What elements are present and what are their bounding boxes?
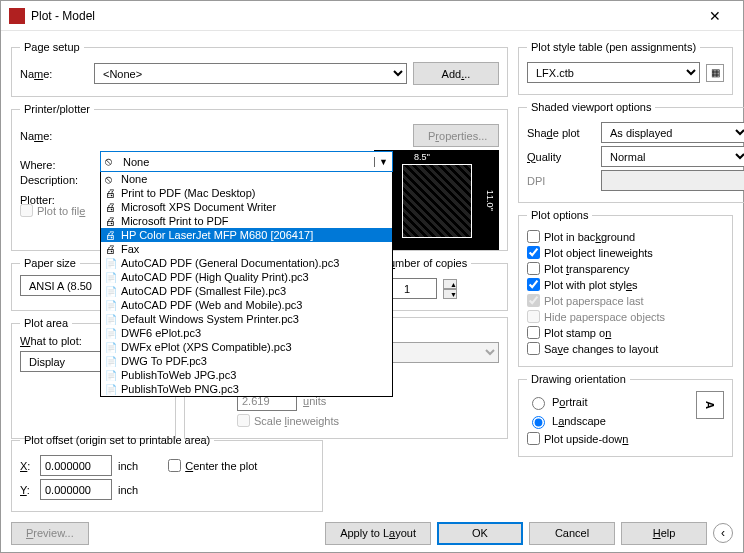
- plot-transparency-checkbox[interactable]: Plot transparency: [527, 262, 630, 275]
- copies-up[interactable]: ▲: [443, 279, 457, 289]
- printer-option[interactable]: Microsoft Print to PDF: [101, 214, 392, 228]
- printer-option-label: DWFx ePlot (XPS Compatible).pc3: [121, 341, 292, 353]
- printer-name-listbox[interactable]: NonePrint to PDF (Mac Desktop)Microsoft …: [100, 172, 393, 397]
- printer-icon: [105, 187, 117, 199]
- y-input[interactable]: [40, 479, 112, 500]
- printer-option-label: Default Windows System Printer.pc3: [121, 313, 299, 325]
- dpi-label: DPI: [527, 175, 595, 187]
- printer-option[interactable]: PublishToWeb PNG.pc3: [101, 382, 392, 396]
- printer-option-label: AutoCAD PDF (Smallest File).pc3: [121, 285, 286, 297]
- printer-option[interactable]: Default Windows System Printer.pc3: [101, 312, 392, 326]
- plot-dialog: Plot - Model ✕ Page setup Name: <None> A…: [0, 0, 744, 553]
- x-label: X:: [20, 460, 34, 472]
- shade-plot-label: Shade plot: [527, 127, 595, 139]
- preview-button[interactable]: Preview...: [11, 522, 89, 545]
- preview-height: 11.0'': [485, 190, 495, 211]
- page-setup-group: Page setup Name: <None> Add...: [11, 41, 508, 97]
- printer-option[interactable]: DWG To PDF.pc3: [101, 354, 392, 368]
- printer-icon: [105, 369, 117, 381]
- page-setup-legend: Page setup: [20, 41, 84, 53]
- shade-plot-select[interactable]: As displayed: [601, 122, 744, 143]
- pagesetup-name-select[interactable]: <None>: [94, 63, 407, 84]
- plot-to-file-checkbox[interactable]: Plot to file: [20, 204, 85, 217]
- printer-option[interactable]: None: [101, 172, 392, 186]
- printer-option[interactable]: AutoCAD PDF (High Quality Print).pc3: [101, 270, 392, 284]
- plot-offset-group: Plot offset (origin set to printable are…: [11, 434, 323, 512]
- where-label: Where:: [20, 159, 88, 171]
- style-table-edit-icon[interactable]: ▦: [706, 64, 724, 82]
- printer-icon: [105, 383, 117, 395]
- printer-option[interactable]: DWF6 ePlot.pc3: [101, 326, 392, 340]
- printer-option-label: Microsoft XPS Document Writer: [121, 201, 276, 213]
- hide-paperspace-checkbox[interactable]: Hide paperspace objects: [527, 310, 665, 323]
- style-table-select[interactable]: LFX.ctb: [527, 62, 700, 83]
- scale-lineweights-checkbox[interactable]: Scale lineweights: [237, 414, 339, 427]
- printer-option[interactable]: Print to PDF (Mac Desktop): [101, 186, 392, 200]
- printer-icon: [105, 201, 117, 213]
- printer-icon: [105, 257, 117, 269]
- plot-stamp-checkbox[interactable]: Plot stamp on: [527, 326, 611, 339]
- printer-option[interactable]: AutoCAD PDF (Smallest File).pc3: [101, 284, 392, 298]
- plot-paperspace-checkbox[interactable]: Plot paperspace last: [527, 294, 644, 307]
- quality-label: Quality: [527, 151, 595, 163]
- printer-option[interactable]: Fax: [101, 242, 392, 256]
- center-plot-checkbox[interactable]: Center the plot: [168, 459, 257, 472]
- printer-name-selected: None: [123, 156, 149, 168]
- printer-option-label: Fax: [121, 243, 139, 255]
- printer-option[interactable]: Microsoft XPS Document Writer: [101, 200, 392, 214]
- window-title: Plot - Model: [31, 9, 695, 23]
- landscape-radio[interactable]: Landscape: [527, 413, 606, 429]
- upside-down-checkbox[interactable]: Plot upside-down: [527, 432, 628, 445]
- printer-icon: [105, 215, 117, 227]
- printer-option-label: AutoCAD PDF (Web and Mobile).pc3: [121, 299, 302, 311]
- printer-name-dropdown[interactable]: None ▼ NonePrint to PDF (Mac Desktop)Mic…: [100, 151, 393, 397]
- printer-name-label: Name:: [20, 130, 88, 142]
- plot-options-group: Plot options Plot in background Plot obj…: [518, 209, 733, 367]
- cancel-button[interactable]: Cancel: [529, 522, 615, 545]
- printer-icon: [105, 327, 117, 339]
- printer-icon: [105, 299, 117, 311]
- shaded-viewport-group: Shaded viewport options Shade plot As di…: [518, 101, 744, 203]
- printer-name-selectbox[interactable]: None ▼: [100, 151, 393, 172]
- titlebar: Plot - Model ✕: [1, 1, 743, 31]
- printer-option[interactable]: AutoCAD PDF (Web and Mobile).pc3: [101, 298, 392, 312]
- pagesetup-name-label: Name:: [20, 68, 88, 80]
- printer-option-label: DWG To PDF.pc3: [121, 355, 207, 367]
- printer-option-label: PublishToWeb JPG.pc3: [121, 369, 236, 381]
- plot-background-checkbox[interactable]: Plot in background: [527, 230, 635, 243]
- collapse-icon[interactable]: ‹: [713, 523, 733, 543]
- save-layout-checkbox[interactable]: Save changes to layout: [527, 342, 658, 355]
- apply-to-layout-button[interactable]: Apply to Layout: [325, 522, 431, 545]
- printer-icon: [105, 243, 117, 255]
- printer-option[interactable]: AutoCAD PDF (General Documentation).pc3: [101, 256, 392, 270]
- copies-down[interactable]: ▼: [443, 289, 457, 299]
- plot-styles-checkbox[interactable]: Plot with plot styles: [527, 278, 638, 291]
- x-input[interactable]: [40, 455, 112, 476]
- printer-option-label: AutoCAD PDF (General Documentation).pc3: [121, 257, 339, 269]
- quality-select[interactable]: Normal: [601, 146, 744, 167]
- printer-option[interactable]: HP Color LaserJet MFP M680 [206417]: [101, 228, 392, 242]
- ok-button[interactable]: OK: [437, 522, 523, 545]
- printer-option[interactable]: PublishToWeb JPG.pc3: [101, 368, 392, 382]
- printer-plotter-legend: Printer/plotter: [20, 103, 94, 115]
- style-table-group: Plot style table (pen assignments) LFX.c…: [518, 41, 733, 95]
- close-icon[interactable]: ✕: [695, 2, 735, 30]
- help-button[interactable]: Help: [621, 522, 707, 545]
- y-unit: inch: [118, 484, 138, 496]
- printer-option-label: None: [121, 173, 147, 185]
- plot-offset-legend: Plot offset (origin set to printable are…: [20, 434, 214, 446]
- printer-option[interactable]: DWFx ePlot (XPS Compatible).pc3: [101, 340, 392, 354]
- printer-icon: [105, 229, 117, 241]
- none-icon: [105, 155, 119, 169]
- dpi-input[interactable]: [601, 170, 744, 191]
- portrait-radio[interactable]: Portrait: [527, 394, 587, 410]
- printer-icon: [105, 355, 117, 367]
- plot-lineweights-checkbox[interactable]: Plot object lineweights: [527, 246, 653, 259]
- y-label: Y:: [20, 484, 34, 496]
- printer-option-label: AutoCAD PDF (High Quality Print).pc3: [121, 271, 309, 283]
- properties-button[interactable]: Properties...: [413, 124, 499, 147]
- preview-width: 8.5'': [414, 152, 430, 162]
- add-button[interactable]: Add...: [413, 62, 499, 85]
- orientation-icon: A: [696, 391, 724, 419]
- paper-size-legend: Paper size: [20, 257, 80, 269]
